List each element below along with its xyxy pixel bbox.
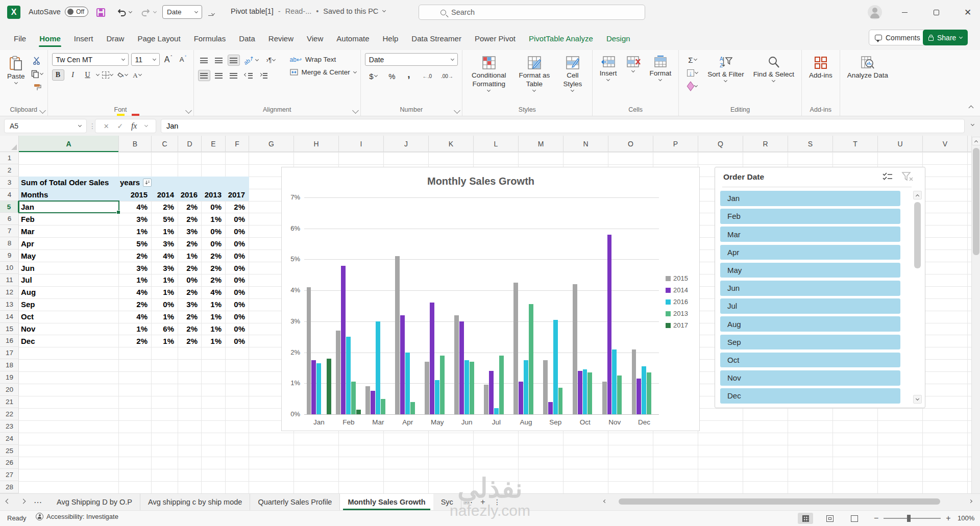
number-dialog-launcher[interactable]: [454, 107, 460, 114]
pivot-value-jan-2016[interactable]: 2%: [178, 201, 202, 213]
pivot-value-dec-2015[interactable]: 2%: [119, 335, 152, 347]
ribbon-tab-design[interactable]: Design: [600, 30, 637, 47]
pivot-value-may-2013[interactable]: 2%: [202, 249, 226, 262]
horizontal-scrollbar[interactable]: [611, 498, 963, 506]
orientation-button[interactable]: ab↗: [242, 55, 260, 66]
analyze-data-button[interactable]: Analyze Data: [844, 53, 891, 83]
delete-cells-button[interactable]: [623, 53, 644, 74]
row-header-14[interactable]: 14: [0, 311, 19, 323]
tab-overflow-button[interactable]: ⋯: [461, 494, 476, 510]
column-header-S[interactable]: S: [788, 136, 833, 152]
pivot-value-jun-2016[interactable]: 2%: [178, 262, 202, 274]
grid-cells[interactable]: Sum of Total Oder SalesyearsMonths201520…: [19, 152, 971, 493]
row-header-18[interactable]: 18: [0, 359, 19, 371]
pivot-value-feb-2013[interactable]: 1%: [202, 213, 226, 225]
active-cell-selection[interactable]: [18, 201, 119, 213]
row-header-22[interactable]: 22: [0, 408, 19, 420]
comma-style-button[interactable]: ,: [403, 70, 415, 82]
share-button[interactable]: Share: [923, 30, 968, 45]
column-header-K[interactable]: K: [429, 136, 474, 152]
pivot-value-apr-2013[interactable]: 0%: [202, 237, 226, 249]
excel-logo-icon[interactable]: X: [7, 6, 20, 19]
conditional-formatting-button[interactable]: Conditional Formatting: [467, 53, 511, 94]
pivot-value-feb-2016[interactable]: 2%: [178, 213, 202, 225]
column-header-E[interactable]: E: [202, 136, 226, 152]
pivot-value-dec-2013[interactable]: 1%: [202, 335, 226, 347]
pivot-value-aug-2013[interactable]: 4%: [202, 286, 226, 298]
pivot-value-nov-2016[interactable]: 2%: [178, 323, 202, 335]
addins-button[interactable]: Add-ins: [806, 53, 836, 83]
pivot-month-dec[interactable]: Dec: [21, 335, 118, 347]
pivot-month-jul[interactable]: Jul: [21, 274, 118, 286]
undo-button[interactable]: [113, 5, 135, 19]
page-break-view-button[interactable]: [847, 513, 862, 524]
tab-options-button[interactable]: ⋮: [490, 494, 504, 510]
pivot-month-feb[interactable]: Feb: [21, 213, 118, 225]
pivot-year-header-2017[interactable]: 2017: [226, 189, 249, 201]
row-header-4[interactable]: 4: [0, 189, 19, 201]
wrap-text-button[interactable]: ab↩ Wrap Text: [290, 56, 356, 63]
pivot-year-header-2016[interactable]: 2016: [178, 189, 202, 201]
column-header-A[interactable]: A: [19, 136, 119, 152]
scroll-right-button[interactable]: [967, 498, 974, 506]
pivot-value-jan-2013[interactable]: 0%: [202, 201, 226, 213]
increase-indent-button[interactable]: [257, 70, 270, 81]
format-cells-button[interactable]: Format: [647, 53, 675, 83]
pivot-month-may[interactable]: May: [21, 249, 118, 262]
pivot-value-aug-2016[interactable]: 2%: [178, 286, 202, 298]
slicer-item-jun[interactable]: Jun: [720, 281, 900, 296]
pivot-value-jun-2013[interactable]: 2%: [202, 262, 226, 274]
format-as-table-button[interactable]: Format as Table: [514, 53, 554, 94]
multi-select-icon[interactable]: [882, 171, 893, 184]
pivot-value-sep-2015[interactable]: 2%: [119, 298, 152, 311]
pivot-month-jun[interactable]: Jun: [21, 262, 118, 274]
zoom-slider-thumb[interactable]: [907, 515, 911, 522]
column-header-G[interactable]: G: [249, 136, 294, 152]
zoom-slider[interactable]: [884, 518, 941, 519]
ribbon-tab-draw[interactable]: Draw: [100, 30, 131, 47]
sheet-tab-monthly-sales-growth[interactable]: Monthly Sales Growth: [340, 494, 433, 510]
pivot-value-aug-2014[interactable]: 1%: [152, 286, 178, 298]
order-date-slicer[interactable]: Order Date JanFebMarAprMayJunJulAugSepOc…: [715, 167, 925, 408]
pivot-month-nov[interactable]: Nov: [21, 323, 118, 335]
pivot-months-field[interactable]: Months: [21, 189, 108, 201]
pivot-value-jul-2014[interactable]: 1%: [152, 274, 178, 286]
pivot-value-aug-2017[interactable]: 0%: [226, 286, 249, 298]
pivot-value-jun-2014[interactable]: 3%: [152, 262, 178, 274]
decrease-font-button[interactable]: A˚: [177, 54, 189, 65]
scroll-down-icon[interactable]: [916, 396, 919, 400]
pivot-value-nov-2015[interactable]: 1%: [119, 323, 152, 335]
alignment-dialog-launcher[interactable]: [352, 107, 359, 114]
minimize-button[interactable]: [899, 7, 910, 17]
row-header-20[interactable]: 20: [0, 384, 19, 396]
align-top-button[interactable]: [198, 55, 210, 66]
pivot-month-aug[interactable]: Aug: [21, 286, 118, 298]
expand-formula-bar-button[interactable]: [971, 122, 974, 126]
enter-entry-icon[interactable]: ✓: [117, 122, 123, 130]
pivot-value-apr-2017[interactable]: 0%: [226, 237, 249, 249]
column-header-B[interactable]: B: [119, 136, 152, 152]
column-header-P[interactable]: P: [653, 136, 698, 152]
pivot-value-mar-2017[interactable]: 0%: [226, 225, 249, 237]
slicer-item-sep[interactable]: Sep: [720, 335, 900, 350]
pivot-value-jun-2015[interactable]: 3%: [119, 262, 152, 274]
column-header-Q[interactable]: Q: [698, 136, 743, 152]
font-color-button[interactable]: A: [131, 69, 143, 81]
column-header-I[interactable]: I: [339, 136, 384, 152]
pivot-value-oct-2016[interactable]: 2%: [178, 311, 202, 323]
cell-styles-button[interactable]: Cell Styles: [557, 53, 588, 94]
collapse-ribbon-button[interactable]: [969, 106, 974, 111]
years-sort-icon[interactable]: [143, 179, 152, 187]
row-header-25[interactable]: 25: [0, 445, 19, 457]
ribbon-tab-formulas[interactable]: Formulas: [187, 30, 233, 47]
format-painter-button[interactable]: [31, 82, 43, 93]
slicer-item-may[interactable]: May: [720, 263, 900, 278]
search-input[interactable]: Search: [419, 5, 645, 20]
pivot-value-mar-2015[interactable]: 1%: [119, 225, 152, 237]
number-format-dropdown[interactable]: Date: [365, 53, 458, 66]
pivot-value-may-2015[interactable]: 2%: [119, 249, 152, 262]
column-header-M[interactable]: M: [519, 136, 564, 152]
ribbon-tab-file[interactable]: File: [7, 30, 33, 47]
save-button[interactable]: [93, 5, 109, 19]
font-dialog-launcher[interactable]: [185, 107, 192, 114]
